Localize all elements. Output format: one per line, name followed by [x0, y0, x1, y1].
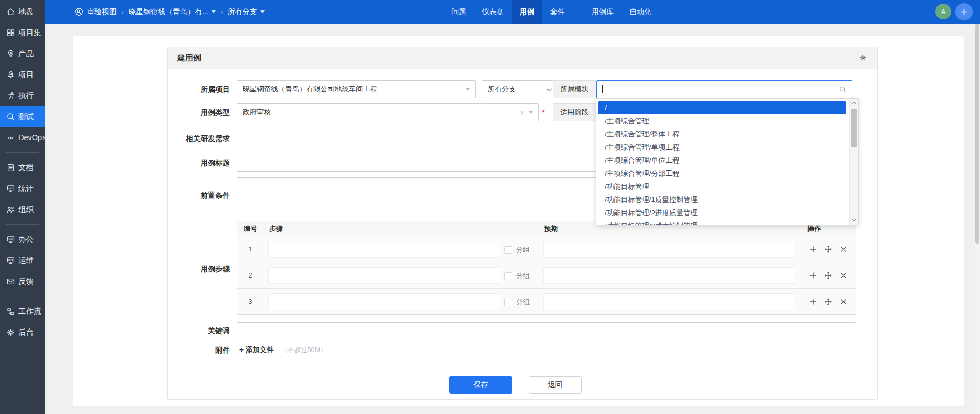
branch-select-value: 所有分支 — [488, 84, 516, 94]
sidebar-item-label: 项目 — [18, 70, 34, 80]
page-scrollbar-thumb[interactable] — [975, 24, 979, 244]
scroll-down-icon[interactable] — [850, 216, 858, 225]
sidebar-item-admin[interactable]: 后台 — [0, 322, 45, 343]
gear-icon[interactable] — [859, 54, 868, 62]
gear-icon — [6, 327, 15, 337]
rocket-icon — [6, 70, 15, 79]
step-number: 2 — [237, 262, 264, 288]
sidebar-item-label: 产品 — [18, 49, 34, 59]
breadcrumb-project-label: 晓星钢帘线（青岛）有... — [129, 7, 208, 17]
sidebar-divider — [6, 296, 39, 296]
module-option[interactable]: /功能目标管理/3成本控制管理 — [598, 219, 846, 225]
group-checkbox[interactable]: 分组 — [504, 245, 530, 254]
sidebar-item-feedback[interactable]: 反馈 — [0, 271, 45, 292]
insert-step-icon[interactable] — [824, 271, 833, 280]
delete-step-icon[interactable] — [839, 271, 848, 280]
sidebar-divider — [6, 152, 39, 153]
case-type-label: 用例类型 — [172, 103, 230, 121]
module-option[interactable]: /功能目标管理/2进度质量管理 — [598, 206, 846, 219]
sidebar-item-devops[interactable]: ∞DevOps — [0, 127, 45, 148]
expect-input[interactable] — [543, 267, 795, 284]
svg-text:OA: OA — [8, 237, 13, 240]
required-star: * — [542, 108, 545, 116]
menu-item[interactable]: 仪表盘 — [474, 0, 512, 24]
expect-input[interactable] — [543, 293, 795, 310]
scroll-up-icon[interactable] — [850, 99, 858, 108]
top-navbar: 审验视图 › 晓星钢帘线（青岛）有... › 所有分支 问题仪表盘用例套件用例库… — [45, 0, 980, 24]
clear-icon[interactable]: × — [520, 109, 524, 116]
menu-item[interactable]: 问题 — [444, 0, 474, 24]
module-option[interactable]: /功能目标管理/1质量控制管理 — [598, 193, 846, 206]
column-header: 步骤 — [264, 221, 539, 236]
delete-step-icon[interactable] — [839, 245, 848, 253]
sidebar-item-label: 执行 — [18, 91, 34, 101]
sidebar-item-program[interactable]: 项目集 — [0, 22, 45, 43]
sidebar-item-ground[interactable]: 地盘 — [0, 1, 45, 22]
step-input[interactable] — [268, 267, 500, 284]
module-option[interactable]: /主项综合管理/分部工程 — [598, 167, 846, 180]
sidebar-item-execution[interactable]: 执行 — [0, 85, 45, 106]
scrollbar-thumb[interactable] — [851, 109, 857, 147]
page-scrollbar[interactable] — [975, 24, 980, 414]
sidebar-item-workflow[interactable]: 工作流 — [0, 301, 45, 322]
module-option[interactable]: /主项综合管理 — [598, 114, 846, 128]
sidebar-item-label: 统计 — [18, 184, 34, 194]
group-label: 分组 — [516, 271, 530, 281]
plus-icon — [960, 7, 968, 16]
menu-item[interactable]: 自动化 — [621, 0, 659, 24]
add-step-icon[interactable] — [809, 298, 817, 306]
group-checkbox[interactable]: 分组 — [504, 298, 530, 307]
module-option[interactable]: /主项综合管理/单项工程 — [598, 141, 846, 154]
avatar[interactable]: A — [935, 4, 951, 19]
module-option[interactable]: /功能目标管理 — [598, 180, 846, 193]
project-picker-value: 晓星钢帘线（青岛）有限公司地毯车间工程 — [243, 84, 377, 94]
module-option[interactable]: / — [598, 101, 846, 114]
dropdown-scrollbar[interactable] — [849, 99, 858, 225]
sidebar-item-office[interactable]: OA办公 — [0, 229, 45, 250]
sidebar-item-project[interactable]: 项目 — [0, 64, 45, 85]
chevron-down-icon — [466, 88, 470, 91]
group-checkbox[interactable]: 分组 — [504, 271, 530, 281]
expect-input[interactable] — [543, 241, 795, 258]
save-button[interactable]: 保存 — [449, 376, 512, 394]
step-row: 2分组 — [237, 262, 856, 288]
checkbox-icon — [504, 299, 512, 306]
sidebar-item-product[interactable]: 产品 — [0, 43, 45, 64]
breadcrumb-branch[interactable]: 所有分支 — [228, 7, 265, 17]
menu-item[interactable]: 套件 — [542, 0, 573, 24]
module-option[interactable]: /主项综合管理/单位工程 — [598, 154, 846, 167]
checkbox-icon — [504, 272, 512, 280]
case-type-select[interactable]: 政府审核 × — [237, 103, 539, 121]
add-step-icon[interactable] — [809, 271, 817, 280]
sidebar-item-doc[interactable]: 文档 — [0, 157, 45, 178]
stage-label: 适用阶段 — [553, 103, 596, 121]
breadcrumb-view[interactable]: 审验视图 — [75, 7, 117, 17]
sidebar-item-ops[interactable]: OPS运维 — [0, 250, 45, 271]
global-add-button[interactable] — [955, 3, 973, 20]
breadcrumb-project[interactable]: 晓星钢帘线（青岛）有... — [129, 7, 216, 17]
text-cursor — [602, 85, 603, 93]
add-step-icon[interactable] — [809, 245, 817, 253]
page-title: 建用例 — [177, 53, 201, 63]
insert-step-icon[interactable] — [824, 298, 833, 306]
add-file-button[interactable]: + 添加文件 — [239, 345, 274, 355]
expect-cell — [539, 262, 798, 288]
menu-item[interactable]: 用例 — [512, 0, 542, 24]
keywords-input[interactable] — [237, 322, 856, 339]
branch-select[interactable]: 所有分支 — [482, 80, 557, 98]
insert-step-icon[interactable] — [824, 245, 833, 253]
menu-item[interactable]: 用例库 — [584, 0, 621, 24]
project-picker[interactable]: 晓星钢帘线（青岛）有限公司地毯车间工程 — [237, 80, 476, 98]
case-title-label: 用例标题 — [172, 154, 230, 172]
sidebar-item-org[interactable]: 组织 — [0, 199, 45, 220]
sidebar-item-qa[interactable]: 测试 — [0, 106, 45, 127]
module-option[interactable]: /主项综合管理/整体工程 — [598, 128, 846, 141]
step-cell: 分组 — [264, 236, 539, 262]
module-search-input[interactable] — [596, 80, 852, 98]
step-input[interactable] — [268, 293, 500, 310]
sidebar-item-stats[interactable]: 统计 — [0, 178, 45, 199]
delete-step-icon[interactable] — [839, 298, 848, 306]
office-icon: OA — [6, 235, 15, 244]
back-button[interactable]: 返回 — [529, 376, 582, 394]
step-input[interactable] — [268, 241, 500, 258]
